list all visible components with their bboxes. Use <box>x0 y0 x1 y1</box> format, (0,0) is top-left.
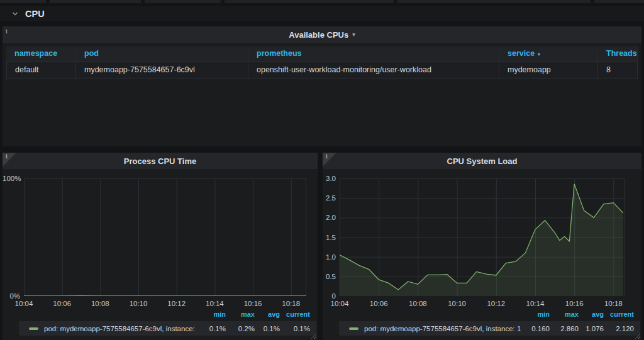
y-axis-tick-label: 100% <box>3 175 20 182</box>
legend-series-label[interactable]: pod: mydemoapp-7575584657-6c9vl, instanc… <box>44 325 197 332</box>
grafana-dashboard: CPU i Available CPUs ▾ namespacepodprome… <box>0 0 644 340</box>
legend-stat-header-max[interactable]: max <box>226 310 255 320</box>
x-axis-tick-label: 10:12 <box>482 300 510 307</box>
panel-available-cpus: i Available CPUs ▾ namespacepodprometheu… <box>3 26 641 146</box>
chevron-down-icon <box>11 10 19 18</box>
column-header-namespace[interactable]: namespace <box>6 47 76 61</box>
x-axis-tick-label: 10:18 <box>277 300 305 307</box>
legend-stat-value: 0.1% <box>280 325 310 332</box>
legend-stat-value: 0.1% <box>255 325 280 332</box>
table-cell: 8 <box>598 61 638 79</box>
legend-stat-value: 0.1% <box>197 325 226 332</box>
y-axis-tick-label: 0.5 <box>323 273 336 280</box>
legend-stat-header-avg[interactable]: avg <box>255 310 280 320</box>
legend-series-row: pod: mydemoapp-7575584657-6c9vl, instanc… <box>339 321 640 336</box>
panel-title-available-cpus[interactable]: Available CPUs ▾ <box>3 26 641 43</box>
x-axis-tick-label: 10:16 <box>239 300 267 307</box>
column-header-prometheus[interactable]: prometheus <box>248 47 499 61</box>
cropped-panel-top <box>594 0 644 3</box>
x-axis-tick-label: 10:10 <box>443 300 471 307</box>
y-axis-tick-label: 0% <box>3 292 20 300</box>
x-axis-tick-label: 10:18 <box>599 300 627 307</box>
legend-stat-header-avg[interactable]: avg <box>579 310 604 320</box>
chevron-down-icon: ▾ <box>352 31 355 38</box>
legend-stat-value: 2.860 <box>550 325 579 332</box>
legend-stat-headers: minmaxavgcurrent <box>323 310 641 320</box>
chart-cpu-system-load[interactable] <box>340 178 625 296</box>
cropped-panel-top <box>397 0 591 3</box>
info-corner <box>3 153 16 167</box>
legend-stat-header-current[interactable]: current <box>280 310 310 320</box>
legend-stat-value: 0.2% <box>226 325 255 332</box>
cropped-panel-top <box>225 0 394 3</box>
dashboard-row-cpu[interactable]: CPU <box>0 6 644 21</box>
legend-stat-value: 1.076 <box>579 325 604 332</box>
table-cell: mydemoapp-7575584657-6c9vl <box>76 61 248 79</box>
cropped-panel-top <box>145 0 221 3</box>
x-axis-tick-label: 10:14 <box>521 300 549 307</box>
legend-stat-headers: minmaxavgcurrent <box>3 310 318 320</box>
x-axis-tick-label: 10:10 <box>125 300 152 307</box>
x-axis-tick-label: 10:04 <box>326 300 353 307</box>
chart-process-cpu-time[interactable] <box>24 178 306 296</box>
sort-triangle-down-icon: ▾ <box>538 52 540 57</box>
table-header-row: namespacepodprometheusservice▾Threads <box>6 47 638 61</box>
y-axis-tick-label: 0 <box>323 292 336 300</box>
y-axis-tick-label: 3.0 <box>323 175 336 182</box>
legend-series-row: pod: mydemoapp-7575584657-6c9vl, instanc… <box>19 321 316 336</box>
series-color-dash-icon[interactable] <box>29 327 38 330</box>
x-axis-tick-label: 10:14 <box>201 300 228 307</box>
cropped-panel-top <box>0 0 46 3</box>
x-axis-tick-label: 10:04 <box>10 300 38 307</box>
legend-stat-values: 0.1602.8601.0762.120 <box>521 325 634 332</box>
panel-title-text: Available CPUs <box>289 30 348 40</box>
legend-stat-header-min[interactable]: min <box>521 310 550 320</box>
y-axis-tick-label: 1.5 <box>323 234 336 241</box>
legend-stat-values: 0.1%0.2%0.1%0.1% <box>197 325 310 332</box>
row-title: CPU <box>25 9 45 19</box>
y-axis-tick-label: 2.0 <box>323 214 336 221</box>
x-axis-tick-label: 10:08 <box>86 300 114 307</box>
table-row: defaultmydemoapp-7575584657-6c9vlopenshi… <box>6 61 638 79</box>
x-axis-tick-label: 10:12 <box>163 300 191 307</box>
info-corner <box>323 153 336 167</box>
column-header-pod[interactable]: pod <box>76 47 248 61</box>
x-axis-tick-label: 10:16 <box>560 300 588 307</box>
chart-legend: minmaxavgcurrentpod: mydemoapp-757558465… <box>3 310 318 336</box>
legend-stat-value: 0.160 <box>521 325 550 332</box>
panel-title-process-cpu-time[interactable]: Process CPU Time <box>3 153 318 169</box>
table-cell: openshift-user-workload-monitoring/user-… <box>248 61 499 79</box>
panel-title-text: Process CPU Time <box>124 156 196 166</box>
legend-series-label[interactable]: pod: mydemoapp-7575584657-6c9vl, instanc… <box>364 325 521 332</box>
legend-stat-header-max[interactable]: max <box>550 310 579 320</box>
panel-cpu-system-load: i CPU System Load minmaxavgcurrentpod: m… <box>323 153 641 340</box>
column-header-threads[interactable]: Threads <box>598 47 638 61</box>
legend-stat-value: 2.120 <box>604 325 634 332</box>
x-axis-tick-label: 10:08 <box>404 300 431 307</box>
y-axis-tick-label: 1.0 <box>323 253 336 261</box>
series-color-dash-icon[interactable] <box>349 327 358 330</box>
table-cell: mydemoapp <box>499 61 598 79</box>
info-icon[interactable]: i <box>6 28 8 35</box>
panel-title-cpu-system-load[interactable]: CPU System Load <box>323 153 641 169</box>
y-axis-tick-label: 2.5 <box>323 194 336 202</box>
info-icon[interactable]: i <box>6 153 8 160</box>
panel-title-text: CPU System Load <box>447 156 518 166</box>
chart-legend: minmaxavgcurrentpod: mydemoapp-757558465… <box>323 310 641 336</box>
panel-process-cpu-time: i Process CPU Time minmaxavgcurrentpod: … <box>3 153 318 340</box>
cropped-panel-top <box>50 0 141 3</box>
legend-stat-header-min[interactable]: min <box>197 310 226 320</box>
table-cell: default <box>6 61 76 79</box>
x-axis-tick-label: 10:06 <box>365 300 392 307</box>
info-icon[interactable]: i <box>326 153 328 160</box>
column-header-service[interactable]: service▾ <box>499 47 598 61</box>
x-axis-tick-label: 10:06 <box>48 300 76 307</box>
legend-stat-header-current[interactable]: current <box>604 310 634 320</box>
